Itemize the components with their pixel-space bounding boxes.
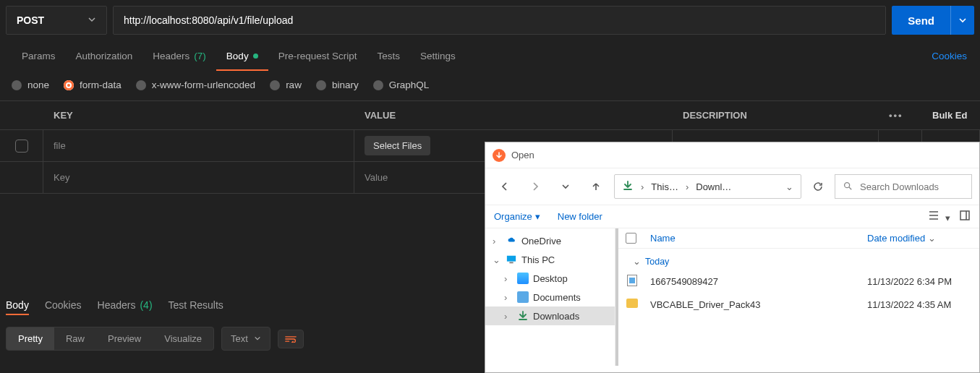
send-label: Send <box>892 14 950 27</box>
tab-body[interactable]: Body <box>216 40 268 71</box>
cookies-link[interactable]: Cookies <box>932 51 968 61</box>
send-dropdown[interactable] <box>951 16 974 25</box>
select-all-checkbox[interactable] <box>626 233 636 244</box>
desktop-icon <box>517 273 529 284</box>
tab-tests[interactable]: Tests <box>367 40 410 71</box>
more-options-icon[interactable]: ••• <box>879 101 922 129</box>
view-raw[interactable]: Raw <box>54 327 96 350</box>
tree-this-pc[interactable]: ⌄ This PC <box>485 250 615 269</box>
file-row[interactable]: 1667549089427 11/13/2022 6:34 PM <box>615 270 979 293</box>
row-checkbox[interactable] <box>15 140 28 153</box>
chevron-down-icon[interactable]: ⌄ <box>785 181 793 192</box>
select-files-button[interactable]: Select Files <box>365 136 430 155</box>
folder-tree: › OneDrive ⌄ This PC › Desktop › Documen… <box>485 228 615 366</box>
body-opt-binary[interactable]: binary <box>316 80 359 90</box>
wrap-lines-button[interactable] <box>278 330 304 348</box>
resp-tab-body[interactable]: Body <box>6 299 29 315</box>
col-key: KEY <box>43 101 354 129</box>
http-method-label: POST <box>17 14 44 26</box>
radio-checked-icon <box>64 80 74 90</box>
caret-down-icon: ▾ <box>535 211 540 222</box>
breadcrumb[interactable]: › This… › Downl… ⌄ <box>614 174 801 199</box>
list-view-icon[interactable]: ▾ <box>928 210 950 223</box>
cloud-icon <box>506 235 517 246</box>
status-dot-icon <box>253 53 258 59</box>
chevron-down-icon <box>254 333 261 344</box>
radio-icon <box>373 80 383 90</box>
svg-rect-3 <box>509 262 513 264</box>
svg-rect-1 <box>960 211 969 220</box>
body-opt-none[interactable]: none <box>12 80 49 90</box>
send-button[interactable]: Send <box>892 6 974 35</box>
nav-back-icon[interactable] <box>493 174 517 199</box>
tree-onedrive[interactable]: › OneDrive <box>485 231 615 250</box>
view-visualize[interactable]: Visualize <box>153 327 213 350</box>
download-icon <box>517 310 529 322</box>
preview-pane-icon[interactable] <box>959 210 971 223</box>
http-method-select[interactable]: POST <box>6 6 107 35</box>
new-folder-button[interactable]: New folder <box>558 211 602 222</box>
tree-documents[interactable]: › Documents <box>485 288 615 306</box>
kv-key-input[interactable]: Key <box>43 162 354 193</box>
resp-tab-cookies[interactable]: Cookies <box>45 299 82 315</box>
tab-pre-request[interactable]: Pre-request Script <box>268 40 367 71</box>
file-icon <box>627 275 637 286</box>
body-opt-graphql[interactable]: GraphQL <box>373 80 430 90</box>
body-opt-raw[interactable]: raw <box>270 80 302 90</box>
tree-downloads[interactable]: › Downloads <box>485 306 615 325</box>
documents-icon <box>517 291 529 303</box>
nav-up-icon[interactable] <box>584 174 608 199</box>
dialog-title: Open <box>511 150 534 160</box>
nav-recent-icon[interactable] <box>553 174 578 199</box>
radio-icon <box>12 80 22 90</box>
nav-forward-icon[interactable] <box>523 174 547 199</box>
bulk-edit-button[interactable]: Bulk Ed <box>922 101 980 129</box>
chevron-down-icon <box>88 14 96 26</box>
tab-headers[interactable]: Headers (7) <box>142 40 216 71</box>
col-name[interactable]: Name <box>650 233 867 244</box>
tab-authorization[interactable]: Authorization <box>66 40 143 71</box>
body-opt-form-data[interactable]: form-data <box>64 80 122 90</box>
col-description: DESCRIPTION <box>673 101 879 129</box>
organize-menu[interactable]: Organize ▾ <box>494 211 540 222</box>
url-input[interactable] <box>113 6 886 35</box>
view-pretty[interactable]: Pretty <box>7 327 54 350</box>
resp-tab-test-results[interactable]: Test Results <box>169 299 223 315</box>
radio-icon <box>270 80 280 90</box>
tree-desktop[interactable]: › Desktop <box>485 269 615 288</box>
refresh-icon[interactable] <box>807 174 829 199</box>
kv-key-cell[interactable]: file <box>43 130 354 161</box>
tab-settings[interactable]: Settings <box>410 40 466 71</box>
view-mode-group: Pretty Raw Preview Visualize <box>6 327 214 351</box>
file-open-dialog: Open › This… › Downl… ⌄ Organize ▾ New f… <box>485 142 980 373</box>
tab-params[interactable]: Params <box>12 40 66 71</box>
file-row[interactable]: VBCABLE_Driver_Pack43 11/13/2022 4:35 AM <box>615 293 979 315</box>
resp-tab-headers[interactable]: Headers (4) <box>98 299 153 315</box>
radio-icon <box>316 80 326 90</box>
radio-icon <box>136 80 146 90</box>
language-select[interactable]: Text <box>221 327 270 351</box>
app-icon <box>493 149 506 162</box>
svg-rect-2 <box>507 256 516 262</box>
folder-icon <box>626 299 638 308</box>
col-date[interactable]: Date modified ⌄ <box>867 233 973 244</box>
search-icon <box>843 181 853 193</box>
pc-icon <box>506 254 517 265</box>
view-preview[interactable]: Preview <box>96 327 153 350</box>
search-input[interactable] <box>835 174 972 199</box>
body-opt-xwww[interactable]: x-www-form-urlencoded <box>136 80 255 90</box>
col-value: VALUE <box>354 101 673 129</box>
svg-point-0 <box>845 182 850 187</box>
group-today[interactable]: ⌄Today <box>615 249 979 270</box>
download-icon <box>622 180 634 194</box>
